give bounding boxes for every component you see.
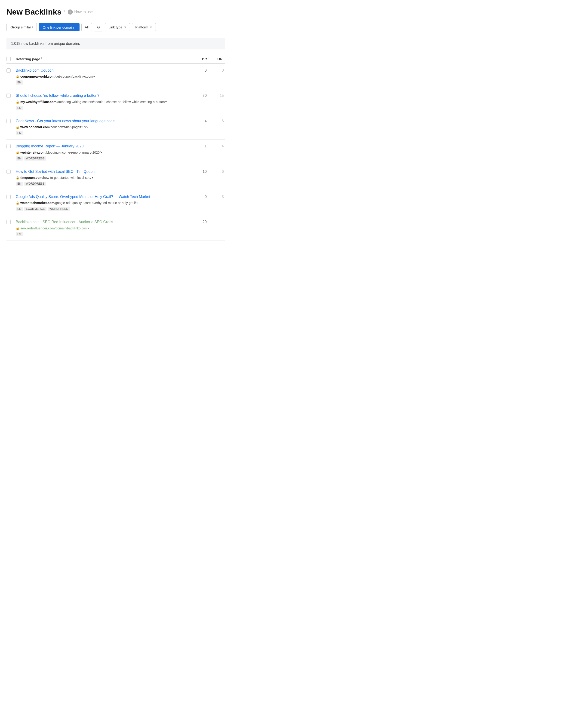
row-path: /authoring-writing-content/should-i-choo…: [56, 100, 165, 104]
tag: ECOMMERCE: [24, 207, 47, 211]
tag: ES: [16, 232, 23, 236]
lock-icon: 🔒: [16, 74, 19, 79]
lock-icon: 🔒: [16, 226, 19, 231]
expand-arrow-icon[interactable]: ▾: [101, 150, 102, 155]
row-title-link[interactable]: Google Ads Quality Score: Overhyped Metr…: [16, 194, 192, 199]
row-title-link[interactable]: CodeNews - Get your latest news about yo…: [16, 119, 192, 124]
platform-dropdown[interactable]: Platform ▼: [132, 23, 156, 31]
row-content: Blogging Income Report — January 2020🔒wp…: [16, 144, 192, 160]
tag: EN: [16, 106, 23, 110]
tag: WORDPRESS: [24, 156, 46, 161]
row-dr: 20: [192, 219, 211, 224]
tag: EN: [16, 182, 23, 186]
title-info-icon[interactable]: ⁱ: [64, 9, 65, 15]
row-content: Should I choose 'no follow' while creati…: [16, 93, 192, 110]
referring-page-info-icon[interactable]: i: [41, 56, 42, 60]
expand-arrow-icon[interactable]: ▾: [165, 100, 167, 104]
expand-arrow-icon[interactable]: ▾: [88, 226, 90, 230]
row-url: 🔒couponnewworld.com/get-coupon/backlinko…: [16, 74, 192, 79]
row-checkbox-cell[interactable]: [6, 219, 16, 224]
row-title-link[interactable]: Blogging Income Report — January 2020: [16, 144, 192, 149]
row-checkbox[interactable]: [6, 170, 10, 174]
dr-info-icon[interactable]: i: [208, 56, 208, 60]
row-checkbox[interactable]: [6, 195, 10, 199]
group-similar-button[interactable]: Group similar i: [6, 23, 37, 31]
page-title: New Backlinks: [6, 7, 61, 17]
ur-header: UR: [211, 57, 225, 61]
select-all-cell[interactable]: [6, 56, 16, 61]
expand-arrow-icon[interactable]: ▾: [136, 201, 138, 205]
row-tags: EN: [16, 106, 192, 110]
row-ur: 6: [211, 119, 225, 123]
row-path: /how-to-get-started-with-local-seo/: [42, 175, 91, 180]
row-ur: 3: [211, 194, 225, 199]
table-row: Blogging Income Report — January 2020🔒wp…: [6, 139, 225, 165]
row-path: /blogging-income-report-january-2020/: [46, 150, 101, 155]
row-url: 🔒my.wealthyaffiliate.com/authoring-writi…: [16, 100, 192, 104]
row-checkbox-cell[interactable]: [6, 119, 16, 123]
row-dr: 0: [192, 194, 211, 199]
link-type-dropdown[interactable]: Link type ▼: [105, 23, 130, 31]
tag: EN: [16, 131, 23, 135]
lock-icon: 🔒: [16, 201, 19, 205]
row-checkbox-cell[interactable]: [6, 144, 16, 148]
all-button[interactable]: All: [81, 23, 92, 31]
row-path: /google-ads-quality-score-overhyped-metr…: [54, 201, 136, 205]
row-domain[interactable]: my.wealthyaffiliate.com: [20, 100, 56, 104]
row-domain[interactable]: watchtechmarket.com: [20, 201, 54, 205]
group-similar-info-icon: i: [32, 26, 33, 29]
lock-icon: 🔒: [16, 176, 19, 180]
expand-arrow-icon[interactable]: ▾: [92, 176, 93, 180]
row-domain[interactable]: wpintensity.com: [20, 150, 46, 155]
row-tags: ENWORDPRESS: [16, 182, 192, 186]
link-type-chevron-icon: ▼: [124, 26, 126, 29]
row-content: Google Ads Quality Score: Overhyped Metr…: [16, 194, 192, 211]
row-domain[interactable]: seo.redinfluencer.com: [20, 226, 55, 231]
table-row: How to Get Started with Local SEO | Tim …: [6, 165, 225, 190]
row-title-link[interactable]: Backlinko.com Coupon: [16, 68, 192, 73]
summary-bar: 1,018 new backlinks from unique domains: [6, 38, 225, 49]
row-ur: 15: [211, 93, 225, 98]
lock-icon: 🔒: [16, 100, 19, 104]
page-header: New Backlinks ⁱ ? How to use: [6, 7, 225, 17]
row-tags: EN: [16, 131, 192, 135]
table-row: CodeNews - Get your latest news about yo…: [6, 114, 225, 139]
row-checkbox[interactable]: [6, 94, 10, 98]
tag: WORDPRESS: [24, 182, 46, 186]
row-checkbox[interactable]: [6, 119, 10, 123]
row-tags: ES: [16, 232, 192, 236]
row-dr: 10: [192, 169, 211, 174]
question-icon: ?: [68, 9, 73, 15]
row-checkbox[interactable]: [6, 220, 10, 224]
row-dr: 1: [192, 144, 211, 148]
row-ur: 0: [211, 68, 225, 73]
row-checkbox-cell[interactable]: [6, 194, 16, 199]
select-all-checkbox[interactable]: [6, 57, 10, 61]
row-content: How to Get Started with Local SEO | Tim …: [16, 169, 192, 186]
settings-button[interactable]: ⚙: [94, 23, 103, 31]
row-content: Backlinko.com | SEO Red Influencer - Aud…: [16, 219, 192, 236]
row-checkbox[interactable]: [6, 144, 10, 148]
row-path: /codenews/us/?page=272: [50, 125, 87, 130]
row-url: 🔒www.codebldr.com/codenews/us/?page=272 …: [16, 125, 192, 130]
row-checkbox[interactable]: [6, 69, 10, 73]
row-domain[interactable]: timqueen.com: [20, 175, 42, 180]
row-url: 🔒watchtechmarket.com/google-ads-quality-…: [16, 201, 192, 205]
expand-arrow-icon[interactable]: ▾: [93, 75, 95, 79]
table-body: Backlinko.com Coupon🔒couponnewworld.com/…: [6, 64, 225, 241]
row-checkbox-cell[interactable]: [6, 169, 16, 174]
expand-arrow-icon[interactable]: ▾: [87, 125, 89, 129]
referring-page-header: Referring page i: [16, 56, 192, 61]
row-domain[interactable]: couponnewworld.com: [20, 74, 55, 79]
one-link-per-domain-button[interactable]: One link per domain i: [39, 23, 79, 31]
how-to-use-link[interactable]: ? How to use: [68, 9, 93, 15]
row-checkbox-cell[interactable]: [6, 93, 16, 98]
table-row: Google Ads Quality Score: Overhyped Metr…: [6, 190, 225, 215]
row-checkbox-cell[interactable]: [6, 68, 16, 73]
row-title-link[interactable]: Should I choose 'no follow' while creati…: [16, 93, 192, 98]
lock-icon: 🔒: [16, 125, 19, 130]
row-content: CodeNews - Get your latest news about yo…: [16, 119, 192, 135]
row-domain[interactable]: www.codebldr.com: [20, 125, 50, 130]
row-title-link[interactable]: Backlinko.com | SEO Red Influencer - Aud…: [16, 219, 192, 225]
row-title-link[interactable]: How to Get Started with Local SEO | Tim …: [16, 169, 192, 174]
